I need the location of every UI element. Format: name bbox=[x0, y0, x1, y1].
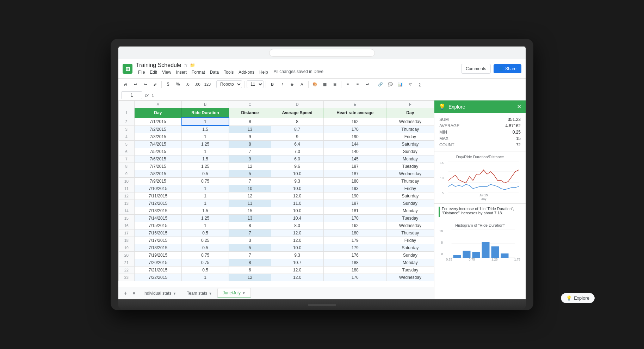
cell-date[interactable]: 7/11/2015 bbox=[134, 192, 181, 200]
decimal-decrease-btn[interactable]: .0 bbox=[184, 80, 192, 88]
cell-heart-rate[interactable]: 145 bbox=[323, 155, 386, 163]
menu-tools[interactable]: Tools bbox=[222, 69, 236, 75]
cell-heart-rate[interactable]: 187 bbox=[323, 200, 386, 207]
cell-day-name[interactable]: Saturday bbox=[386, 244, 434, 252]
cell-avg-speed[interactable]: 8.7 bbox=[271, 125, 323, 133]
strikethrough-btn[interactable]: S bbox=[288, 80, 296, 88]
cell-ride-duration[interactable]: 1 bbox=[182, 185, 229, 192]
cell-day-name[interactable]: Tuesday bbox=[386, 163, 434, 170]
cell-date[interactable]: 7/16/2015 bbox=[134, 229, 181, 237]
font-size-selector[interactable]: 11 bbox=[247, 80, 264, 88]
document-title[interactable]: Training Schedule bbox=[136, 62, 181, 68]
paint-format-btn[interactable]: 🖌 bbox=[151, 80, 159, 88]
cell-heart-rate[interactable]: 170 bbox=[323, 215, 386, 222]
sheet-list-button[interactable]: ≡ bbox=[130, 289, 138, 298]
comments-button[interactable]: Comments bbox=[461, 64, 491, 74]
share-button[interactable]: 👤 Share bbox=[494, 64, 521, 73]
cell-heart-rate[interactable]: 187 bbox=[323, 163, 386, 170]
cell-date[interactable]: 7/7/2015 bbox=[134, 163, 181, 170]
cell-date[interactable]: 7/1/2015 bbox=[134, 118, 181, 125]
menu-addons[interactable]: Add-ons bbox=[236, 69, 256, 75]
grid-container[interactable]: A B C D E F bbox=[118, 100, 434, 287]
cell-distance[interactable]: 6 bbox=[229, 267, 271, 274]
redo-btn[interactable]: ↪ bbox=[141, 80, 149, 88]
cell-day-name[interactable]: Wednesday bbox=[386, 118, 434, 125]
cell-ride-duration[interactable]: 0.5 bbox=[182, 244, 229, 252]
formula-input[interactable] bbox=[151, 93, 523, 98]
italic-btn[interactable]: I bbox=[278, 80, 286, 88]
cell-date[interactable]: 7/17/2015 bbox=[134, 237, 181, 244]
valign-btn[interactable]: ≡ bbox=[353, 80, 362, 88]
cell-avg-speed[interactable]: 12.0 bbox=[271, 192, 323, 200]
cell-day-name[interactable]: Monday bbox=[386, 259, 434, 267]
cell-distance[interactable]: 13 bbox=[229, 215, 271, 222]
cell-reference-input[interactable] bbox=[121, 91, 142, 99]
comment-btn[interactable]: 💬 bbox=[386, 80, 395, 88]
function-btn[interactable]: ∑ bbox=[416, 80, 424, 88]
col-header-ride-duration[interactable]: Ride Duration bbox=[182, 108, 229, 118]
cell-day-name[interactable]: Friday bbox=[386, 237, 434, 244]
cell-day-name[interactable]: Monday bbox=[386, 207, 434, 215]
cell-heart-rate[interactable]: 144 bbox=[323, 141, 386, 148]
col-header-heart-rate[interactable]: Heart rate average bbox=[323, 108, 386, 118]
cell-date[interactable]: 7/13/2015 bbox=[134, 207, 181, 215]
fill-color-btn[interactable]: 🎨 bbox=[311, 80, 319, 88]
cell-heart-rate[interactable]: 181 bbox=[323, 207, 386, 215]
cell-heart-rate[interactable]: 180 bbox=[323, 229, 386, 237]
tab-june-july[interactable]: June/July ▼ bbox=[217, 288, 251, 298]
menu-view[interactable]: View bbox=[160, 69, 173, 75]
cell-distance[interactable]: 5 bbox=[229, 244, 271, 252]
cell-heart-rate[interactable]: 162 bbox=[323, 118, 386, 125]
cell-date[interactable]: 7/2/2015 bbox=[134, 125, 181, 133]
cell-date[interactable]: 7/18/2015 bbox=[134, 244, 181, 252]
cell-distance[interactable]: 5 bbox=[229, 170, 271, 178]
cell-date[interactable]: 7/20/2015 bbox=[134, 259, 181, 267]
font-selector[interactable]: Roboto bbox=[216, 80, 242, 88]
cell-avg-speed[interactable]: 12.0 bbox=[271, 267, 323, 274]
cell-avg-speed[interactable]: 7.0 bbox=[271, 148, 323, 155]
cell-day-name[interactable]: Thursday bbox=[386, 125, 434, 133]
cell-ride-duration[interactable]: 0.75 bbox=[182, 259, 229, 267]
cell-ride-duration[interactable]: 0.25 bbox=[182, 237, 229, 244]
currency-btn[interactable]: $ bbox=[164, 80, 172, 88]
cell-distance[interactable]: 8 bbox=[229, 141, 271, 148]
cell-day-name[interactable]: Saturday bbox=[386, 141, 434, 148]
print-btn[interactable]: 🖨 bbox=[121, 80, 130, 88]
col-header-b[interactable]: B bbox=[182, 101, 229, 108]
cell-ride-duration[interactable]: 0.5 bbox=[182, 229, 229, 237]
cell-ride-duration[interactable]: 1 bbox=[182, 133, 229, 141]
merge-btn[interactable]: ⊞ bbox=[330, 80, 339, 88]
cell-heart-rate[interactable]: 140 bbox=[323, 148, 386, 155]
explore-floating-button[interactable]: 💡 Explore bbox=[561, 293, 595, 303]
menu-file[interactable]: File bbox=[136, 69, 147, 75]
explore-close-button[interactable]: ✕ bbox=[517, 103, 521, 110]
cell-heart-rate[interactable]: 179 bbox=[323, 244, 386, 252]
cell-ride-duration[interactable]: 1.25 bbox=[182, 141, 229, 148]
cell-ride-duration[interactable]: 1 bbox=[182, 118, 229, 125]
cell-day-name[interactable]: Saturday bbox=[386, 192, 434, 200]
cell-heart-rate[interactable]: 190 bbox=[323, 192, 386, 200]
cell-distance[interactable]: 7 bbox=[229, 148, 271, 155]
cell-avg-speed[interactable]: 9.3 bbox=[271, 178, 323, 185]
cell-ride-duration[interactable]: 1 bbox=[182, 148, 229, 155]
cell-avg-speed[interactable]: 6.0 bbox=[271, 155, 323, 163]
decimal-increase-btn[interactable]: .00 bbox=[193, 80, 202, 88]
cell-avg-speed[interactable]: 8 bbox=[271, 118, 323, 125]
cell-date[interactable]: 7/3/2015 bbox=[134, 133, 181, 141]
cell-distance[interactable]: 12 bbox=[229, 192, 271, 200]
cell-day-name[interactable]: Tuesday bbox=[386, 215, 434, 222]
cell-heart-rate[interactable]: 193 bbox=[323, 185, 386, 192]
cell-date[interactable]: 7/22/2015 bbox=[134, 274, 181, 281]
col-header-distance[interactable]: Distance bbox=[229, 108, 271, 118]
cell-day-name[interactable]: Tuesday bbox=[386, 267, 434, 274]
cell-avg-speed[interactable]: 12.0 bbox=[271, 274, 323, 281]
cell-avg-speed[interactable]: 10.0 bbox=[271, 244, 323, 252]
cell-ride-duration[interactable]: 0.75 bbox=[182, 252, 229, 259]
cell-avg-speed[interactable]: 8.0 bbox=[271, 222, 323, 229]
cell-distance[interactable]: 7 bbox=[229, 252, 271, 259]
cell-ride-duration[interactable]: 1.5 bbox=[182, 125, 229, 133]
undo-btn[interactable]: ↩ bbox=[131, 80, 140, 88]
more-btn[interactable]: ⋯ bbox=[426, 80, 434, 88]
cell-day-name[interactable]: Friday bbox=[386, 185, 434, 192]
cell-distance[interactable]: 8 bbox=[229, 222, 271, 229]
